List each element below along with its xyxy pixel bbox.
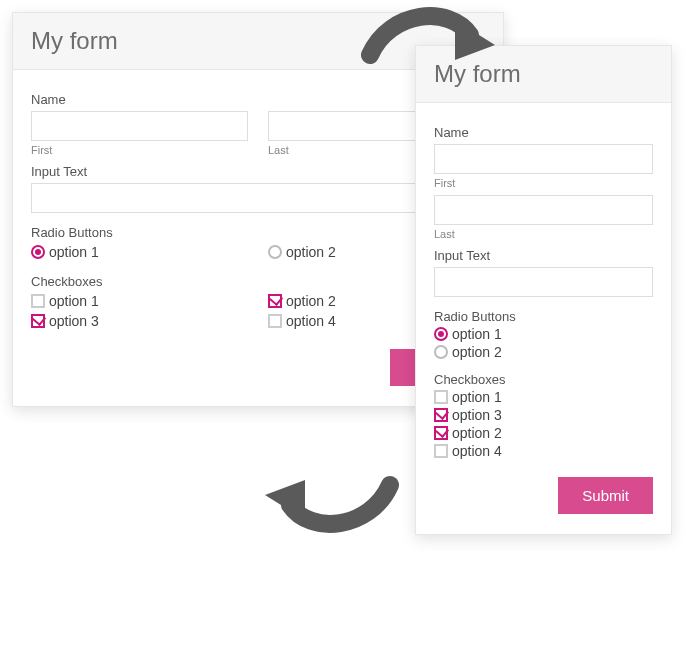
- svg-marker-0: [455, 20, 495, 60]
- checkbox-label: option 1: [49, 293, 99, 309]
- checkbox-option-3[interactable]: option 3: [31, 313, 248, 329]
- last-name-input[interactable]: [434, 195, 653, 225]
- text-input[interactable]: [434, 267, 653, 297]
- checkbox-icon: [434, 390, 448, 404]
- radio-label: option 2: [286, 244, 336, 260]
- checkbox-option[interactable]: option 4: [434, 443, 653, 459]
- first-name-sublabel: First: [434, 177, 653, 189]
- checkbox-icon: [31, 294, 45, 308]
- radio-group-label: Radio Buttons: [434, 309, 653, 324]
- checkbox-option[interactable]: option 1: [434, 389, 653, 405]
- first-name-sublabel: First: [31, 144, 248, 156]
- checkbox-icon: [434, 426, 448, 440]
- checkbox-option[interactable]: option 2: [434, 425, 653, 441]
- checkbox-icon: [434, 444, 448, 458]
- checkbox-option-1[interactable]: option 1: [31, 293, 248, 309]
- last-name-sublabel: Last: [434, 228, 653, 240]
- first-name-input[interactable]: [31, 111, 248, 141]
- name-label: Name: [434, 125, 653, 140]
- arrow-right-icon: [360, 0, 500, 80]
- checkbox-label: option 1: [452, 389, 502, 405]
- radio-label: option 1: [49, 244, 99, 260]
- checkbox-icon: [31, 314, 45, 328]
- first-name-input[interactable]: [434, 144, 653, 174]
- radio-icon: [268, 245, 282, 259]
- checkbox-icon: [434, 408, 448, 422]
- svg-marker-1: [265, 480, 305, 520]
- radio-icon: [31, 245, 45, 259]
- checkbox-label: option 3: [49, 313, 99, 329]
- form-body: Name First Last Input Text Radio Buttons…: [416, 103, 671, 534]
- checkbox-label: option 2: [452, 425, 502, 441]
- radio-icon: [434, 345, 448, 359]
- checkbox-group-label: Checkboxes: [434, 372, 653, 387]
- radio-label: option 2: [452, 344, 502, 360]
- checkbox-label: option 4: [286, 313, 336, 329]
- arrow-left-icon: [260, 460, 400, 540]
- checkbox-label: option 4: [452, 443, 502, 459]
- radio-option-2[interactable]: option 2: [434, 344, 653, 360]
- checkbox-label: option 3: [452, 407, 502, 423]
- checkbox-option[interactable]: option 3: [434, 407, 653, 423]
- radio-option-1[interactable]: option 1: [434, 326, 653, 342]
- checkbox-icon: [268, 314, 282, 328]
- checkbox-icon: [268, 294, 282, 308]
- radio-option-1[interactable]: option 1: [31, 244, 248, 260]
- checkbox-label: option 2: [286, 293, 336, 309]
- submit-button[interactable]: Submit: [558, 477, 653, 514]
- radio-label: option 1: [452, 326, 502, 342]
- radio-icon: [434, 327, 448, 341]
- input-text-label: Input Text: [434, 248, 653, 263]
- form-mobile: My form Name First Last Input Text Radio…: [415, 45, 672, 535]
